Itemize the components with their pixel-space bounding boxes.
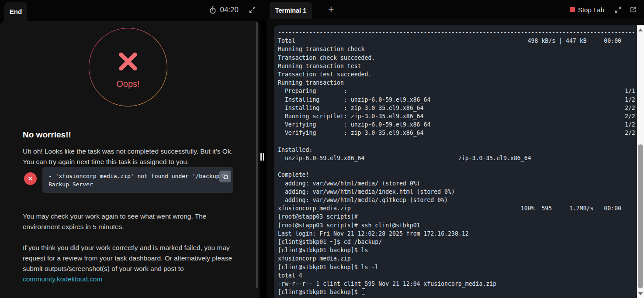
- panel-resize-handle[interactable]: [260, 153, 265, 161]
- timer-value: 04:20: [220, 6, 239, 14]
- expand-icon: [614, 6, 622, 14]
- external-link-icon: [629, 6, 637, 14]
- lab-workspace: End 04:20: [0, 0, 644, 298]
- terminal-cursor: [362, 288, 365, 295]
- tab-separator: [316, 5, 316, 14]
- terminal-panel: Terminal 1 + Stop Lab: [267, 0, 644, 298]
- tab-end[interactable]: End: [4, 2, 27, 21]
- stop-square-icon: [570, 7, 575, 12]
- resize-grip-bar: [260, 153, 262, 161]
- task-result-content: Oops! No worries!! Uh oh! Looks like the…: [0, 21, 260, 298]
- community-link[interactable]: community.kodekloud.com: [23, 275, 102, 283]
- check-again-note: You may check your work again to see wha…: [23, 211, 228, 232]
- result-heading: No worries!!: [23, 130, 71, 140]
- error-message-line1: - 'xfusioncorp_media.zip' not found unde…: [48, 172, 227, 180]
- error-message-box: - 'xfusioncorp_media.zip' not found unde…: [42, 167, 233, 193]
- review-note-text: If you think you did your work correctly…: [23, 244, 232, 272]
- expand-panel-button[interactable]: [249, 6, 256, 14]
- failure-x-icon: [118, 52, 138, 71]
- terminal-scrollbar[interactable]: [637, 25, 644, 298]
- error-x-circle-icon: ✕: [24, 172, 37, 185]
- terminal-header: Terminal 1 + Stop Lab: [267, 0, 644, 19]
- stopwatch-icon: [209, 6, 217, 14]
- scroll-down-arrow-icon[interactable]: [638, 292, 643, 295]
- expand-icon: [249, 6, 256, 14]
- error-message-row: ✕ - 'xfusioncorp_media.zip' not found un…: [23, 167, 233, 193]
- terminal-header-actions: Stop Lab: [567, 0, 637, 19]
- terminal-area: ----------------------------------------…: [267, 19, 644, 298]
- terminal-output[interactable]: ----------------------------------------…: [274, 25, 637, 297]
- oops-label: Oops!: [89, 79, 167, 89]
- stop-lab-label: Stop Lab: [578, 6, 604, 14]
- stop-lab-button[interactable]: Stop Lab: [567, 6, 607, 14]
- terminal-screen[interactable]: ----------------------------------------…: [274, 25, 637, 298]
- countdown-timer: 04:20: [209, 6, 239, 14]
- error-message-line2: Backup Server: [48, 180, 227, 188]
- result-intro-text: Uh oh! Looks like the task was not compl…: [23, 146, 235, 167]
- left-panel-header: End 04:20: [0, 0, 267, 21]
- review-note: If you think you did your work correctly…: [23, 243, 235, 284]
- copy-error-button[interactable]: [219, 171, 231, 182]
- open-in-new-window-button[interactable]: [629, 6, 637, 14]
- copy-icon: [222, 173, 229, 180]
- new-terminal-tab-button[interactable]: +: [325, 2, 336, 16]
- tab-terminal-1[interactable]: Terminal 1: [270, 2, 312, 19]
- scroll-up-arrow-icon[interactable]: [638, 28, 643, 31]
- task-result-panel: End 04:20: [0, 0, 267, 298]
- left-scrollbar[interactable]: [256, 22, 258, 288]
- resize-grip-bar: [263, 153, 264, 161]
- expand-terminal-button[interactable]: [614, 6, 622, 14]
- oops-circle: Oops!: [89, 28, 167, 106]
- terminal-scrollbar-thumb[interactable]: [638, 144, 643, 288]
